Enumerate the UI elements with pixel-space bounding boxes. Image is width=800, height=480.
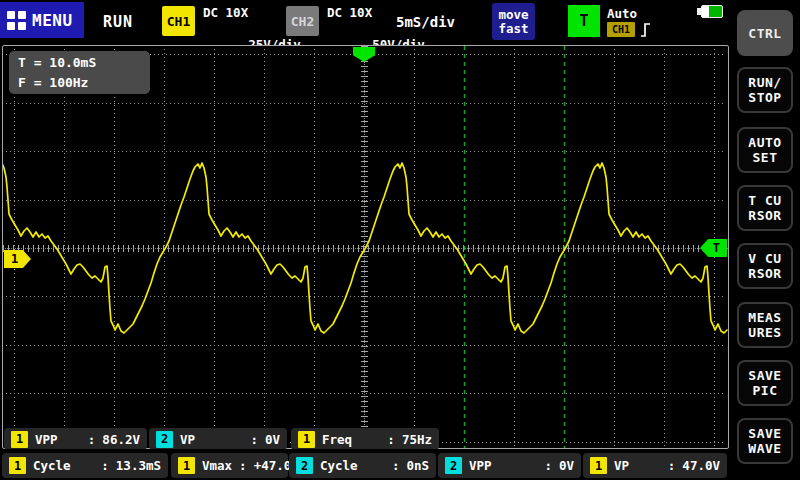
ch1-coupling: DC 10X [203,5,248,20]
menu-button[interactable]: MENU [0,2,84,38]
ch1-chip: 1 [11,431,28,448]
measure-value: 13.3mS [116,458,161,473]
rising-edge-icon [640,21,651,43]
oscilloscope-app: MENU RUN CH1 DC 10X 25V/div CH2 DC 10X 5… [0,0,800,480]
measure-vp-ch2: 2 VP : 0V [149,428,287,450]
battery-icon [697,5,724,18]
measure-cycle-ch2: 2 Cycle : 0nS [289,453,436,478]
ch2-chip: 2 [156,431,173,448]
ch1-chip: 1 [590,457,607,474]
sidebar: CTRL RUN/ STOP AUTO SET T CU RSOR V CU R… [730,0,800,480]
trigger-badge[interactable]: T [568,5,600,37]
measure-value: 47.0V [682,458,720,473]
frequency-readout: F = 100Hz [18,75,88,90]
ch1-chip: 1 [298,431,315,448]
ctrl-button[interactable]: CTRL [737,10,793,56]
measure-value: 0V [559,458,574,473]
ch1-chip: 1 [178,457,195,474]
save-pic-button[interactable]: SAVE PIC [737,360,793,406]
trigger-source-badge[interactable]: CH1 [607,22,635,37]
save-wave-button[interactable]: SAVE WAVE [737,418,793,464]
trigger-mode: Auto [607,6,637,21]
measure-value: 0nS [406,458,429,473]
ch1-chip: 1 [9,457,26,474]
move-fast-line1: move [498,8,528,22]
measurement-row-2: 1 Cycle : 13.3mS 1 Vmax : +47.0V 2 Cycle… [0,449,730,480]
ch1-badge[interactable]: CH1 [162,6,195,36]
measure-freq-ch1: 1 Freq : 75Hz [291,428,439,450]
move-fast-button[interactable]: move fast [492,3,535,40]
measure-cycle-ch1: 1 Cycle : 13.3mS [2,453,168,478]
scope-display: T = 10.0mSF = 100Hz 1 T 1 VPP : 86.2V 2 … [2,45,729,449]
measure-vpp-ch1: 1 VPP : 86.2V [4,428,147,450]
t-cursor-button[interactable]: T CU RSOR [737,185,793,231]
move-fast-line2: fast [498,22,528,36]
measure-vpp-ch2: 2 VPP : 0V [438,453,581,478]
measure-vmax-ch1: 1 Vmax : +47.0V [171,453,288,478]
menu-label: MENU [32,11,73,30]
measures-button[interactable]: MEAS URES [737,302,793,348]
run-stop-button[interactable]: RUN/ STOP [737,67,793,113]
period-frequency-readout: T = 10.0mSF = 100Hz [9,51,150,94]
period-readout: T = 10.0mS [18,55,96,70]
measure-value: 86.2V [102,432,140,447]
top-bar: MENU RUN CH1 DC 10X 25V/div CH2 DC 10X 5… [0,0,730,45]
menu-grid-icon [7,11,26,30]
ch2-chip: 2 [296,457,313,474]
run-status: RUN [103,13,133,31]
measure-vp-ch1: 1 VP : 47.0V [583,453,727,478]
ch2-badge[interactable]: CH2 [286,6,319,36]
timebase-readout: 5mS/div [396,14,455,30]
measure-value: 75Hz [402,432,432,447]
v-cursor-button[interactable]: V CU RSOR [737,243,793,289]
measure-value: 0V [265,432,280,447]
ch2-chip: 2 [445,457,462,474]
ctrl-label: CTRL [748,26,781,41]
auto-set-button[interactable]: AUTO SET [737,127,793,173]
waveform-display[interactable] [3,46,728,448]
ch2-coupling: DC 10X [327,5,372,20]
